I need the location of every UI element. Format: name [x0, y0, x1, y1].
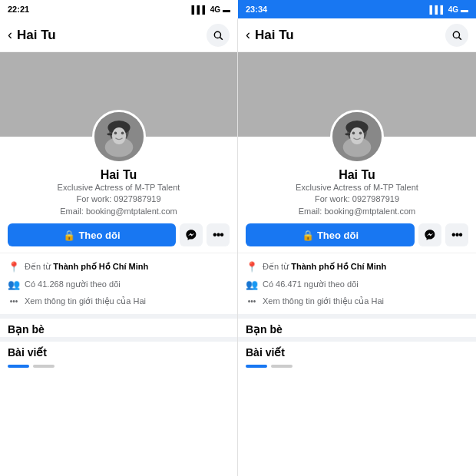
- status-bars: 22:21 ▌▌▌ 4G ▬ 23:34 ▌▌▌ 4G ▬: [0, 0, 476, 18]
- posts-section-right: Bài viết: [238, 337, 476, 360]
- time-left: 22:21: [8, 5, 29, 14]
- svg-line-11: [459, 37, 461, 39]
- avatar-left: [92, 110, 146, 164]
- action-row-right: 🔒 Theo dõi •••: [246, 223, 468, 246]
- info-row-location-left: 📍 Đến từ Thành phố Hồ Chí Minh: [8, 258, 230, 276]
- post-indicator-left: [0, 360, 237, 372]
- back-button-right[interactable]: ‹: [246, 27, 250, 43]
- follow-button-left[interactable]: 🔒 Theo dõi: [8, 223, 176, 246]
- more-button-right[interactable]: •••: [445, 223, 468, 246]
- signal-icon-left: ▌▌▌: [191, 5, 207, 14]
- followers-text-left: Có 41.268 người theo dõi: [25, 279, 121, 289]
- status-bar-left: 22:21 ▌▌▌ 4G ▬: [0, 0, 238, 18]
- location-icon-right: 📍: [246, 261, 258, 273]
- status-bar-right: 23:34 ▌▌▌ 4G ▬: [238, 0, 476, 18]
- page-title-left: Hai Tu: [17, 28, 207, 43]
- profile-bio-right: Exclusive Actress of M-TP Talent For wor…: [296, 182, 418, 217]
- lock-icon-left: 🔒: [63, 230, 75, 241]
- search-button-right[interactable]: [445, 24, 468, 47]
- svg-line-1: [220, 37, 223, 39]
- dots-icon-left: •••: [8, 297, 20, 306]
- svg-rect-15: [345, 133, 350, 135]
- network-right: 4G: [448, 5, 458, 14]
- svg-point-19: [359, 132, 362, 135]
- status-icons-left: ▌▌▌ 4G ▬: [191, 5, 230, 14]
- battery-right: ▬: [461, 5, 468, 14]
- location-icon-left: 📍: [8, 261, 20, 273]
- status-icons-right: ▌▌▌ 4G ▬: [429, 5, 468, 14]
- info-section-left: 📍 Đến từ Thành phố Hồ Chí Minh 👥 Có 41.2…: [0, 253, 237, 314]
- more-button-left[interactable]: •••: [207, 223, 230, 246]
- profile-section-left: Hai Tu Exclusive Actress of M-TP Talent …: [0, 137, 237, 253]
- profile-name-left: Hai Tu: [101, 168, 137, 182]
- dot-gray-left: [33, 365, 55, 368]
- search-button-left[interactable]: [207, 24, 230, 47]
- svg-point-18: [352, 132, 355, 135]
- profile-name-right: Hai Tu: [339, 168, 375, 182]
- battery-left: ▬: [223, 5, 230, 14]
- followers-icon-left: 👥: [8, 279, 20, 290]
- svg-rect-5: [107, 133, 112, 135]
- panel-left: ‹ Hai Tu: [0, 18, 238, 476]
- lock-icon-right: 🔒: [302, 230, 314, 241]
- info-row-more-right[interactable]: ••• Xem thông tin giới thiệu của Hai: [246, 293, 468, 309]
- action-row-left: 🔒 Theo dõi •••: [8, 223, 230, 246]
- follow-label-left: Theo dõi: [78, 230, 120, 241]
- dots-icon-right: •••: [246, 297, 258, 306]
- followers-icon-right: 👥: [246, 279, 258, 290]
- signal-icon-right: ▌▌▌: [429, 5, 445, 14]
- more-icon-left: •••: [213, 228, 223, 242]
- profile-section-right: Hai Tu Exclusive Actress of M-TP Talent …: [238, 137, 476, 253]
- nav-bar-right: ‹ Hai Tu: [238, 18, 476, 52]
- location-text-left: Đến từ Thành phố Hồ Chí Minh: [25, 262, 148, 272]
- info-row-more-left[interactable]: ••• Xem thông tin giới thiệu của Hai: [8, 293, 230, 309]
- back-button-left[interactable]: ‹: [8, 27, 12, 43]
- messenger-button-left[interactable]: [180, 223, 203, 246]
- info-row-followers-right: 👥 Có 46.471 người theo dõi: [246, 276, 468, 293]
- page-title-right: Hai Tu: [255, 28, 445, 43]
- svg-point-7: [111, 127, 125, 144]
- more-icon-right: •••: [451, 228, 462, 242]
- dot-blue-right: [246, 365, 267, 368]
- svg-point-0: [214, 31, 220, 38]
- svg-point-8: [114, 132, 117, 135]
- svg-point-17: [350, 127, 364, 144]
- info-row-followers-left: 👥 Có 41.268 người theo dõi: [8, 276, 230, 293]
- followers-text-right: Có 46.471 người theo dõi: [263, 279, 359, 289]
- more-info-text-left: Xem thông tin giới thiệu của Hai: [25, 296, 146, 306]
- info-row-location-right: 📍 Đến từ Thành phố Hồ Chí Minh: [246, 258, 468, 276]
- follow-button-right[interactable]: 🔒 Theo dõi: [246, 223, 415, 246]
- posts-section-left: Bài viết: [0, 337, 237, 360]
- dot-gray-right: [271, 365, 293, 368]
- more-info-text-right: Xem thông tin giới thiệu của Hai: [263, 296, 384, 306]
- dot-blue-left: [8, 365, 29, 368]
- profile-bio-left: Exclusive Actress of M-TP Talent For wor…: [58, 182, 180, 217]
- info-section-right: 📍 Đến từ Thành phố Hồ Chí Minh 👥 Có 46.4…: [238, 253, 476, 314]
- messenger-button-right[interactable]: [418, 223, 441, 246]
- post-indicator-right: [238, 360, 476, 372]
- nav-bar-left: ‹ Hai Tu: [0, 18, 237, 52]
- panels: ‹ Hai Tu: [0, 18, 476, 476]
- follow-label-right: Theo dõi: [317, 230, 359, 241]
- svg-point-10: [453, 31, 459, 38]
- avatar-right: [330, 110, 384, 164]
- friends-section-right: Bạn bè: [238, 314, 476, 337]
- friends-section-left: Bạn bè: [0, 314, 237, 337]
- location-text-right: Đến từ Thành phố Hồ Chí Minh: [263, 262, 386, 272]
- network-left: 4G: [210, 5, 220, 14]
- panel-right: ‹ Hai Tu: [238, 18, 476, 476]
- svg-point-9: [121, 132, 124, 135]
- time-right: 23:34: [246, 5, 267, 14]
